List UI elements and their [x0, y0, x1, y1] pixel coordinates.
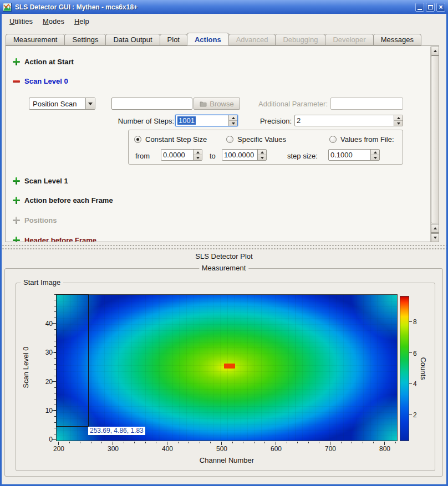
window-title: SLS Detector GUI : Mythen - mcs6x18+ [15, 3, 412, 11]
spin-buttons[interactable] [394, 115, 403, 126]
step-size-label: step size: [287, 152, 318, 160]
scan-level-1-row[interactable]: Scan Level 1 [13, 176, 68, 185]
tab-advanced: Advanced [228, 34, 276, 45]
action-at-start-row[interactable]: Action at Start [13, 57, 74, 66]
x-tick-label: 700 [319, 445, 342, 453]
spin-up-button[interactable] [229, 115, 237, 120]
tab-messages[interactable]: Messages [373, 34, 421, 45]
app-icon[interactable] [3, 3, 12, 12]
scroll-up-button-secondary[interactable] [431, 224, 439, 233]
spin-up-button[interactable] [258, 150, 266, 155]
zoom-selection-rect [56, 294, 89, 427]
x-tick-label: 500 [211, 445, 233, 453]
minimize-button[interactable] [415, 3, 424, 12]
color-tick-label: 2 [413, 411, 424, 419]
number-of-steps-label: Number of Steps: [109, 117, 174, 125]
y-tick-label: 40 [37, 320, 53, 328]
expand-plus-icon[interactable] [13, 197, 20, 204]
arrow-up-icon [196, 151, 200, 154]
x-tick-label: 200 [48, 445, 70, 453]
arrow-up-icon [261, 151, 264, 154]
spin-down-button[interactable] [194, 155, 202, 160]
y-tick-label: 10 [37, 407, 53, 415]
values-from-file-radio-row[interactable]: Values from File: [329, 135, 394, 144]
expand-plus-icon[interactable] [13, 237, 20, 243]
tab-plot[interactable]: Plot [160, 34, 187, 45]
script-file-input[interactable] [111, 98, 192, 110]
spin-up-button[interactable] [371, 150, 379, 155]
menu-help[interactable]: Help [70, 16, 94, 27]
radio-icon[interactable] [226, 136, 233, 143]
x-tick-label: 300 [102, 445, 124, 453]
arrow-down-icon [397, 122, 400, 125]
maximize-icon [428, 5, 433, 9]
menu-modes[interactable]: Modes [38, 16, 69, 27]
arrow-down-icon [374, 157, 377, 159]
additional-parameter-input[interactable] [330, 98, 403, 110]
tab-actions[interactable]: Actions [187, 33, 229, 46]
tab-data-output[interactable]: Data Output [105, 34, 160, 45]
action-at-start-label: Action at Start [24, 58, 74, 66]
step-size-spinbox[interactable]: 0.1000 [328, 149, 380, 161]
y-tick-label: 20 [37, 378, 53, 386]
browse-button[interactable]: Browse [194, 98, 240, 110]
expand-plus-icon[interactable] [13, 177, 20, 185]
close-icon: × [439, 4, 442, 11]
step-mode-groupbox: Constant Step Size Specific Values Value… [128, 130, 403, 165]
spin-buttons[interactable] [257, 150, 266, 160]
scan-level-0-label: Scan Level 0 [24, 77, 68, 85]
header-before-frame-label: Header before Frame [24, 236, 96, 243]
window-controls: × [415, 3, 445, 12]
splitter-handle[interactable] [2, 244, 446, 250]
spin-buttons[interactable] [370, 150, 379, 160]
constant-step-size-label: Constant Step Size [145, 135, 207, 144]
arrow-down-icon [261, 157, 264, 159]
maximize-button[interactable] [426, 3, 435, 12]
constant-step-radio-row[interactable]: Constant Step Size [134, 135, 207, 144]
spin-down-button[interactable] [394, 120, 403, 126]
spin-buttons[interactable] [193, 150, 202, 160]
action-before-each-frame-row[interactable]: Action before each Frame [13, 196, 113, 204]
spin-up-button[interactable] [194, 150, 202, 155]
menu-utilities[interactable]: Utilities [5, 16, 37, 27]
spin-down-button[interactable] [371, 155, 379, 160]
radio-icon[interactable] [329, 136, 337, 143]
tab-settings[interactable]: Settings [64, 34, 106, 45]
collapse-minus-icon[interactable] [13, 78, 20, 85]
scrollbar-thumb[interactable] [431, 55, 439, 223]
to-label: to [210, 152, 216, 160]
scan-mode-combobox[interactable]: Position Scan [29, 98, 95, 110]
scroll-up-button[interactable] [431, 47, 439, 55]
expand-plus-icon[interactable] [13, 58, 20, 65]
color-tick-label: 8 [413, 318, 424, 326]
spin-down-button[interactable] [229, 120, 237, 126]
scroll-down-button[interactable] [431, 233, 439, 242]
spin-down-button[interactable] [258, 155, 266, 160]
spin-up-button[interactable] [394, 115, 403, 120]
from-label: from [135, 152, 150, 160]
x-tick-label: 400 [156, 445, 179, 453]
number-of-steps-spinbox[interactable]: 1001 [175, 115, 238, 126]
plot-canvas[interactable]: 253.69, 4.86, 1.83 [56, 294, 398, 441]
tab-developer: Developer [325, 34, 373, 45]
tab-measurement[interactable]: Measurement [6, 34, 65, 45]
scan-level-0-row[interactable]: Scan Level 0 [13, 76, 68, 85]
color-scale-ticks [409, 321, 412, 416]
to-value: 100.0000 [222, 150, 257, 160]
precision-value: 2 [295, 115, 394, 126]
radio-selected-icon[interactable] [134, 136, 141, 143]
precision-spinbox[interactable]: 2 [294, 115, 403, 126]
number-of-steps-value: 1001 [177, 116, 196, 125]
specific-values-radio-row[interactable]: Specific Values [226, 135, 286, 144]
to-spinbox[interactable]: 100.0000 [222, 149, 267, 161]
spin-buttons[interactable] [228, 115, 237, 126]
folder-icon [200, 101, 207, 107]
close-button[interactable]: × [436, 3, 445, 12]
precision-label: Precision: [255, 117, 292, 125]
from-spinbox[interactable]: 0.0000 [161, 149, 202, 161]
arrow-down-icon [434, 237, 437, 239]
header-before-frame-row[interactable]: Header before Frame [13, 236, 96, 242]
vertical-scrollbar[interactable] [430, 47, 439, 242]
x-tick-label: 800 [374, 445, 396, 453]
combo-dropdown-button[interactable] [85, 98, 95, 109]
